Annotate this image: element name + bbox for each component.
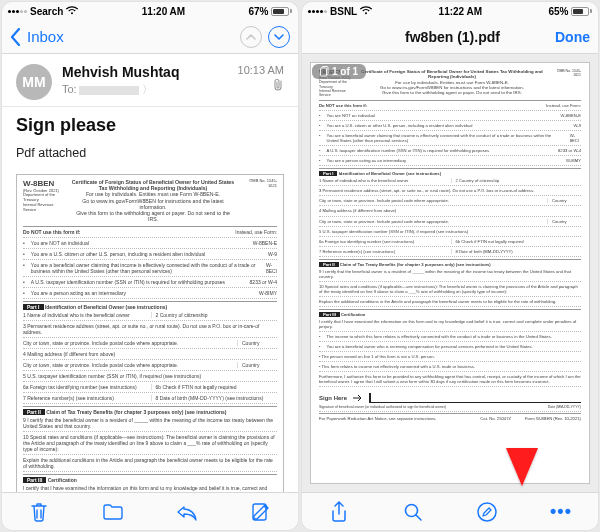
status-time: 11:22 AM xyxy=(439,6,483,17)
svg-point-4 xyxy=(478,503,496,521)
ellipsis-icon: ••• xyxy=(550,501,572,522)
phone-right-pdf: BSNL 11:22 AM 65% fw8ben (1).pdf Done 1 … xyxy=(302,2,598,530)
to-line[interactable]: To: 〉 xyxy=(62,82,179,97)
status-bar: Search 11:20 AM 67% xyxy=(2,2,298,20)
status-time: 11:20 AM xyxy=(142,6,186,17)
more-button[interactable]: ••• xyxy=(542,501,580,522)
form-title: Certificate of Foreign Status of Benefic… xyxy=(71,179,235,223)
pdf-page: W-8BEN (Rev. October 2021)Department of … xyxy=(310,62,590,484)
reply-button[interactable] xyxy=(168,503,206,521)
message-header: MM Mehvish Mushtaq To: 〉 10:13 AM xyxy=(2,54,298,107)
signal-dots-icon xyxy=(8,10,27,13)
status-right: 67% xyxy=(248,6,292,17)
message-body[interactable]: Sign please Pdf attached W-8BEN (Rev. Oc… xyxy=(2,107,298,492)
received-time: 10:13 AM xyxy=(238,64,284,76)
prev-message-button[interactable] xyxy=(240,26,262,48)
trash-button[interactable] xyxy=(20,501,58,523)
sign-here-row: Sign Here xyxy=(319,393,581,403)
to-redacted xyxy=(79,86,139,95)
next-message-button[interactable] xyxy=(268,26,290,48)
mail-toolbar xyxy=(2,492,298,530)
attachment-icon xyxy=(238,78,284,96)
sender-name: Mehvish Mushtaq xyxy=(62,64,179,80)
to-chevron-icon: 〉 xyxy=(142,83,153,95)
wifi-icon xyxy=(360,6,372,17)
pdf-viewport[interactable]: 1 of 1 W-8BEN (Rev. October 2021)Departm… xyxy=(302,54,598,492)
compose-button[interactable] xyxy=(242,502,280,522)
pdf-nav-bar: fw8ben (1).pdf Done xyxy=(302,20,598,54)
signal-dots-icon xyxy=(308,10,327,13)
page-counter: 1 of 1 xyxy=(312,64,366,79)
battery-pct: 65% xyxy=(548,6,568,17)
status-right: 65% xyxy=(548,6,592,17)
status-left: BSNL xyxy=(308,6,372,17)
back-label: Inbox xyxy=(27,28,64,45)
svg-rect-2 xyxy=(321,68,327,76)
markup-button[interactable] xyxy=(468,501,506,523)
avatar: MM xyxy=(16,64,52,100)
battery-pct: 67% xyxy=(248,6,268,17)
attachment-preview[interactable]: W-8BEN (Rev. October 2021)Department of … xyxy=(16,174,284,492)
battery-icon xyxy=(271,7,292,16)
carrier-label: BSNL xyxy=(330,6,357,17)
message-text: Pdf attached xyxy=(16,146,284,160)
back-button[interactable]: Inbox xyxy=(10,28,64,46)
phone-left-mail: Search 11:20 AM 67% Inbox MM xyxy=(2,2,298,530)
document-title: fw8ben (1).pdf xyxy=(350,29,555,45)
subject: Sign please xyxy=(16,115,284,136)
battery-icon xyxy=(571,7,592,16)
status-bar: BSNL 11:22 AM 65% xyxy=(302,2,598,20)
done-button[interactable]: Done xyxy=(555,29,590,45)
status-left: Search xyxy=(8,6,78,17)
carrier-label: Search xyxy=(30,6,63,17)
wifi-icon xyxy=(66,6,78,17)
header-right: 10:13 AM xyxy=(238,64,284,96)
move-button[interactable] xyxy=(94,503,132,521)
to-label: To: xyxy=(62,83,77,95)
mail-nav-bar: Inbox xyxy=(2,20,298,54)
page-icon xyxy=(320,66,329,77)
sender-block: Mehvish Mushtaq To: 〉 xyxy=(62,64,179,97)
pdf-toolbar: ••• xyxy=(302,492,598,530)
chevron-left-icon xyxy=(10,28,21,46)
share-button[interactable] xyxy=(320,501,358,523)
sign-arrow-icon xyxy=(353,394,363,402)
search-button[interactable] xyxy=(394,502,432,522)
